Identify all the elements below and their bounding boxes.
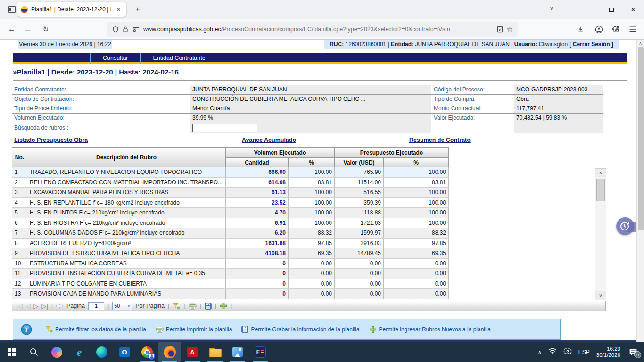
taskbar-file-explorer-icon[interactable] bbox=[204, 342, 226, 362]
tray-clock[interactable]: 16:23 30/1/2026 bbox=[596, 346, 620, 358]
url-domain: www.compraspublicas.gob.ec bbox=[143, 26, 221, 33]
legend-text: Permite ingresar Rubros Nuevos a la plan… bbox=[379, 326, 491, 333]
taskbar-search-icon[interactable] bbox=[23, 342, 45, 362]
table-scroll-up-icon[interactable]: ∧ bbox=[595, 169, 606, 177]
page-scrollbar[interactable]: ∧ bbox=[636, 40, 644, 342]
entity-label: Entidad: bbox=[391, 41, 413, 48]
table-scroll-thumb[interactable] bbox=[596, 179, 605, 201]
col-group-presupuesto-ejecutado: Presupuesto Ejecutado bbox=[335, 148, 449, 158]
detail-value: JUNTA PARROQUIAL DE SAN JUAN bbox=[190, 85, 431, 95]
cell-pp: 100.00 bbox=[384, 188, 449, 198]
table-scroll-down-icon[interactable]: ∨ bbox=[595, 291, 606, 300]
forward-button[interactable]: → bbox=[22, 24, 34, 34]
save-icon[interactable] bbox=[205, 303, 212, 310]
cell-vp: 100.00 bbox=[289, 188, 335, 198]
cell-vp: 100.00 bbox=[289, 197, 335, 208]
cell-cant: 0 bbox=[226, 279, 289, 289]
cell-desc: H. S. COLUMNAS DADOS F´c= 210kg/cm² incl… bbox=[27, 228, 226, 239]
table-row[interactable]: 8ACERO DE REFUERZO fy=4200kg/cm²1631.689… bbox=[12, 238, 449, 248]
print-icon[interactable] bbox=[189, 303, 197, 310]
detail-value bbox=[514, 123, 603, 133]
page-scroll-up-icon[interactable]: ∧ bbox=[637, 40, 644, 46]
back-button[interactable]: ← bbox=[6, 24, 18, 34]
cell-no: 4 bbox=[12, 197, 27, 208]
cell-va: 3916.03 bbox=[335, 238, 384, 248]
taskbar-copilot-icon[interactable] bbox=[45, 342, 68, 362]
link-avance-acumulado[interactable]: Avance Acumulado bbox=[242, 137, 296, 143]
taskbar-acrobat-icon[interactable]: A bbox=[181, 342, 204, 362]
page-number-input[interactable] bbox=[88, 302, 104, 310]
taskbar-outlook-icon[interactable]: O bbox=[113, 342, 136, 362]
cell-va: 1599.97 bbox=[335, 228, 384, 239]
taskbar-chrome-icon[interactable] bbox=[136, 342, 158, 362]
ruc-value: 1260023860001 bbox=[346, 41, 387, 48]
language-indicator[interactable]: ESP bbox=[578, 349, 590, 355]
notifications-icon[interactable]: 9 bbox=[627, 346, 639, 358]
next-page-icon[interactable]: ▷ bbox=[33, 303, 38, 309]
bookmark-star-icon[interactable]: ☆ bbox=[507, 25, 513, 33]
table-row[interactable]: 7H. S. COLUMNAS DADOS F´c= 210kg/cm² inc… bbox=[12, 228, 449, 239]
last-page-icon[interactable]: ▷| bbox=[41, 303, 48, 309]
permissions-icon[interactable] bbox=[132, 26, 140, 32]
table-row[interactable]: 12LUMINARIA TIPO COLGANTE EN CUBIERTA00.… bbox=[12, 279, 449, 289]
tab-close-icon[interactable]: ✕ bbox=[115, 6, 123, 14]
table-row[interactable]: 3EXCAVACION MANUAL PARA PLINTOS Y RIOSTR… bbox=[12, 188, 449, 198]
table-row[interactable]: 1TRAZADO, REPLANTEO Y NIVELACION EQUIPO … bbox=[12, 167, 449, 178]
url-bar[interactable]: www.compraspublicas.gob.ec/ProcesoContra… bbox=[107, 22, 518, 37]
filter-icon[interactable] bbox=[173, 303, 180, 310]
table-row[interactable]: 6H. S. EN RIOSTRA F´c= 210kg/cm² incluye… bbox=[12, 218, 449, 228]
taskbar-photos-icon[interactable] bbox=[226, 342, 249, 362]
tab-list-chevron-icon[interactable]: ∨ bbox=[546, 5, 557, 11]
reader-mode-icon[interactable] bbox=[497, 26, 503, 33]
table-row[interactable]: 2RELLENO COMPACTADO CON MATERIAL IMPORTA… bbox=[12, 177, 449, 188]
goto-page-icon[interactable] bbox=[56, 303, 63, 309]
cell-vp: 0.00 bbox=[289, 279, 335, 289]
browser-tab[interactable]: Planilla1 | Desde: 2023-12-20 | H ✕ bbox=[17, 2, 126, 17]
table-row[interactable]: 13PROVISION CAJA DE MANDO PARA LUMINARIA… bbox=[12, 289, 449, 299]
cell-vp: 88.32 bbox=[289, 228, 335, 239]
link-listado-presupuesto-obra[interactable]: Listado Presupuesto Obra bbox=[14, 137, 88, 143]
hamburger-menu-icon[interactable] bbox=[626, 24, 639, 35]
table-row[interactable]: 9PROVISION DE ESTRUCTURA METALICA TIPO C… bbox=[12, 248, 449, 259]
page-scroll-thumb[interactable] bbox=[638, 47, 644, 230]
taskbar-firefox-icon[interactable] bbox=[158, 342, 181, 362]
user-value: Cliwinsgton bbox=[539, 41, 568, 48]
first-page-icon[interactable]: |◁ bbox=[16, 303, 22, 309]
cell-no: 2 bbox=[12, 177, 27, 188]
taskbar-start-icon[interactable] bbox=[0, 342, 23, 362]
window-restore-button[interactable] bbox=[601, 0, 622, 19]
taskbar-internet-explorer-icon[interactable]: e bbox=[68, 342, 91, 362]
status-datetime: Viernes 30 de Enero de 2026 | 16:22 bbox=[18, 40, 112, 49]
table-row[interactable]: 10ESTRUCTURA METALICA CORREAS00.000.000.… bbox=[12, 258, 449, 269]
menu-item-entidad-contratante[interactable]: Entidad Contratante bbox=[140, 53, 218, 64]
table-row[interactable]: 5H. S. EN PLINTOS F´c= 210kg/cm² incluye… bbox=[12, 208, 449, 218]
per-page-select[interactable]: 50 ∨ bbox=[112, 302, 132, 310]
col-group-volumen-ejecutado: Volumen Ejecutado bbox=[226, 148, 335, 158]
table-row[interactable]: 11PROVISION E INSTALACION CUBIERTA CURVA… bbox=[12, 269, 449, 279]
taskbar-edge-icon[interactable] bbox=[91, 342, 113, 362]
new-tab-button[interactable]: + bbox=[132, 4, 143, 15]
downloads-icon[interactable] bbox=[574, 24, 587, 35]
extensions-puzzle-icon[interactable] bbox=[609, 24, 622, 35]
cast-display-icon[interactable] bbox=[563, 348, 572, 357]
tray-time: 16:23 bbox=[607, 346, 620, 352]
rubro-search-input[interactable] bbox=[192, 124, 257, 132]
window-minimize-button[interactable]: — bbox=[579, 0, 601, 19]
reload-button[interactable]: ↻ bbox=[40, 24, 52, 34]
menu-item-consultar[interactable]: Consultar bbox=[90, 53, 140, 64]
table-scrollbar[interactable]: ∧ ∨ bbox=[595, 168, 606, 300]
table-row[interactable]: 4H. S. EN REPLANTILLO f´c= 180 kg/cm2 in… bbox=[12, 197, 449, 208]
cell-cant: 23.52 bbox=[226, 197, 289, 208]
window-close-button[interactable]: ✕ bbox=[622, 0, 644, 19]
firefox-view-icon[interactable] bbox=[6, 4, 18, 15]
prev-page-icon[interactable]: ◁ bbox=[25, 303, 30, 309]
time-tracker-widget[interactable] bbox=[616, 217, 635, 236]
wifi-icon[interactable] bbox=[548, 348, 557, 356]
account-icon[interactable] bbox=[592, 24, 605, 35]
link-resumen-de-contrato[interactable]: Resumen de Contrato bbox=[409, 137, 471, 143]
tray-expand-chevron-icon[interactable]: ∧ bbox=[538, 349, 542, 355]
logout-link[interactable]: Cerrar Sesión bbox=[573, 41, 610, 48]
add-rubro-icon[interactable] bbox=[220, 302, 227, 310]
taskbar-f-app-icon[interactable]: F bbox=[249, 342, 272, 362]
entity-value: JUNTA PARROQUIAL DE SAN JUAN bbox=[415, 41, 509, 48]
